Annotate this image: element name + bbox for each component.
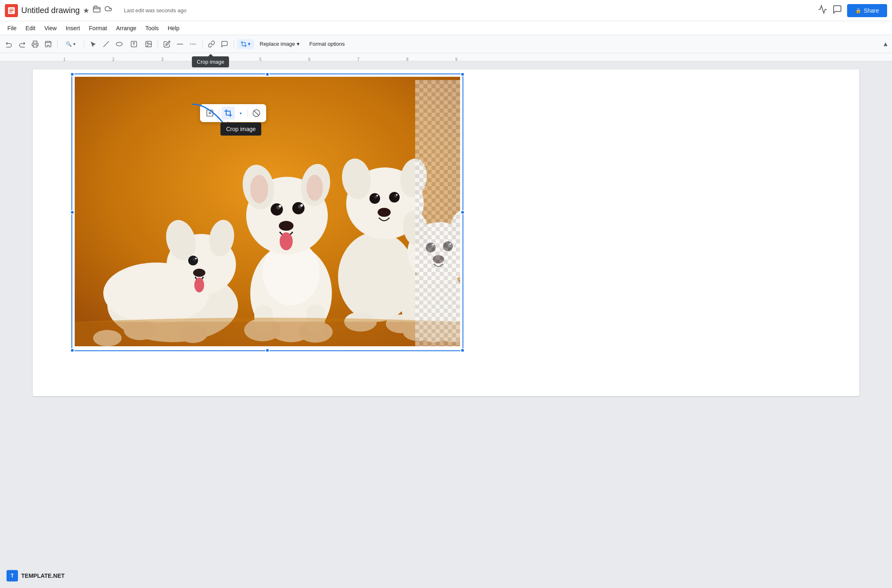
float-add-button[interactable]: [203, 107, 216, 120]
title-right-actions: 🔒 Share: [818, 4, 887, 17]
template-net-name: TEMPLATE.NET: [21, 572, 65, 579]
ruler-mark-7: 7: [357, 57, 360, 62]
lock-icon: 🔒: [855, 8, 861, 13]
handle-top-right[interactable]: [460, 72, 465, 76]
svg-rect-2: [33, 45, 37, 47]
menu-tools[interactable]: Tools: [141, 23, 163, 33]
checkerboard-area: [415, 80, 460, 346]
format-options-button[interactable]: Format options: [305, 39, 349, 49]
svg-point-51: [389, 192, 400, 203]
toolbar-separator-1: [57, 40, 58, 48]
float-crop-button[interactable]: [222, 107, 235, 120]
folder-icon[interactable]: [93, 5, 101, 16]
handle-bottom-left[interactable]: [70, 348, 74, 352]
ruler-mark-3: 3: [161, 57, 164, 62]
ruler-mark-5: 5: [259, 57, 262, 62]
ruler-mark-9: 9: [455, 57, 458, 62]
handle-top-left[interactable]: [70, 72, 74, 76]
image-button[interactable]: [143, 38, 154, 50]
activity-icon[interactable]: [818, 4, 827, 16]
share-label: Share: [864, 7, 879, 14]
link-button[interactable]: [206, 38, 217, 50]
line-dash-button[interactable]: [187, 38, 199, 50]
image-container[interactable]: [71, 74, 463, 351]
float-crop-dropdown[interactable]: ▾: [236, 107, 245, 120]
format-options-label: Format options: [309, 41, 345, 47]
svg-point-38: [279, 205, 281, 207]
svg-point-33: [307, 175, 323, 201]
handle-bottom-right[interactable]: [460, 348, 465, 352]
toolbar-separator-3: [158, 40, 158, 48]
share-button[interactable]: 🔒 Share: [847, 4, 887, 17]
svg-point-50: [369, 193, 380, 204]
handle-middle-right[interactable]: [460, 210, 465, 214]
float-toolbar-separator-1: [219, 109, 219, 117]
menu-format[interactable]: Format: [85, 23, 111, 33]
svg-point-32: [250, 175, 268, 203]
textbox-button[interactable]: [127, 38, 141, 50]
svg-rect-72: [75, 322, 460, 346]
pencil-button[interactable]: [161, 38, 173, 50]
menu-bar: File Edit View Insert Format Arrange Too…: [0, 21, 892, 35]
handle-bottom-middle[interactable]: [265, 348, 269, 352]
comment-toolbar-button[interactable]: [219, 38, 230, 50]
paint-format-button[interactable]: [42, 38, 54, 50]
cloud-icon[interactable]: [104, 5, 112, 16]
drawing-page[interactable]: [33, 69, 859, 396]
toolbar: 🔍 ▾ ▾ Replace im: [0, 35, 892, 53]
ruler-mark-1: 1: [63, 57, 66, 62]
toolbar-separator-5: [234, 40, 234, 48]
menu-view[interactable]: View: [40, 23, 61, 33]
handle-top-middle[interactable]: [265, 72, 269, 76]
floating-toolbar: ▾: [200, 104, 266, 122]
svg-point-21: [195, 258, 197, 259]
toolbar-separator-4: [202, 40, 202, 48]
menu-arrange[interactable]: Arrange: [112, 23, 140, 33]
ruler-mark-4: 4: [210, 57, 213, 62]
comment-icon[interactable]: [832, 4, 842, 16]
replace-dropdown-arrow: ▾: [297, 41, 300, 47]
toolbar-collapse-button[interactable]: ▲: [882, 40, 889, 48]
toolbar-separator-2: [84, 40, 84, 48]
menu-file[interactable]: File: [3, 23, 21, 33]
float-mask-button[interactable]: [250, 107, 263, 120]
svg-point-34: [271, 203, 283, 216]
svg-point-23: [194, 278, 204, 292]
image-content: [75, 77, 460, 346]
zoom-button[interactable]: 🔍 ▾: [61, 38, 80, 50]
replace-image-button[interactable]: Replace image ▾: [256, 39, 304, 49]
handle-middle-left[interactable]: [70, 210, 74, 214]
redo-button[interactable]: [16, 38, 28, 50]
crop-popup-text: Crop image: [226, 126, 256, 132]
last-edit-text: Last edit was seconds ago: [124, 7, 186, 13]
app-logo: [5, 4, 18, 17]
line-weight-button[interactable]: [174, 38, 186, 50]
crop-dropdown-arrow: ▾: [248, 41, 251, 47]
print-button[interactable]: [29, 38, 41, 50]
title-bar: Untitled drawing ★ Last edit was seconds…: [0, 0, 892, 21]
svg-rect-1: [93, 7, 100, 12]
shape-button[interactable]: [113, 38, 125, 50]
svg-point-55: [396, 194, 398, 196]
star-icon[interactable]: ★: [83, 6, 89, 15]
menu-edit[interactable]: Edit: [22, 23, 40, 33]
svg-point-19: [188, 256, 198, 265]
svg-point-4: [116, 42, 122, 46]
svg-rect-10: [177, 44, 183, 45]
menu-insert[interactable]: Insert: [62, 23, 84, 33]
template-net-logo: T TEMPLATE.NET: [7, 570, 65, 581]
template-logo-icon: T: [7, 570, 18, 581]
svg-line-3: [103, 41, 109, 47]
line-button[interactable]: [100, 38, 112, 50]
select-button[interactable]: [87, 38, 99, 50]
replace-image-label: Replace image: [260, 41, 295, 47]
document-title[interactable]: Untitled drawing: [21, 6, 80, 15]
crop-image-popup: Crop image: [220, 122, 261, 136]
crop-image-toolbar-button[interactable]: ▾: [237, 39, 254, 49]
ruler-mark-2: 2: [112, 57, 115, 62]
svg-point-22: [193, 269, 205, 277]
canvas-area[interactable]: ▾ Crop image T TEMPLATE.NET: [0, 61, 892, 588]
svg-point-56: [378, 208, 391, 217]
menu-help[interactable]: Help: [164, 23, 184, 33]
undo-button[interactable]: [3, 38, 15, 50]
